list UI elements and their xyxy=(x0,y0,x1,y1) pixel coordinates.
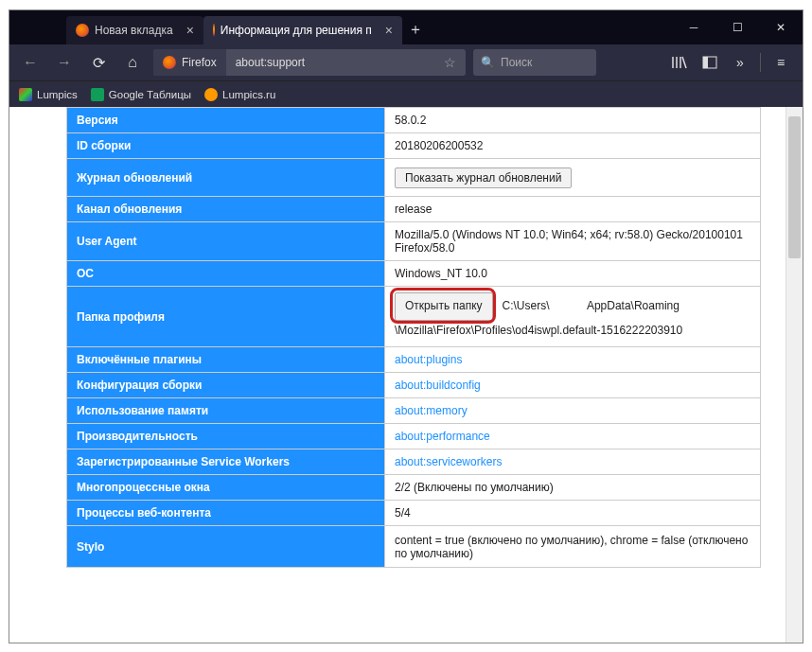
about-serviceworkers-link[interactable]: about:serviceworkers xyxy=(395,455,502,468)
search-placeholder: Поиск xyxy=(501,56,532,69)
overflow-icon[interactable]: » xyxy=(726,49,754,76)
row-label: Stylo xyxy=(67,526,385,568)
about-buildconfig-link[interactable]: about:buildconfig xyxy=(395,379,481,392)
table-row: Производительностьabout:performance xyxy=(67,424,761,449)
row-label: User Agent xyxy=(67,222,385,261)
bookmark-label: Lumpics.ru xyxy=(222,89,275,100)
address-bar[interactable]: Firefox about:support ☆ xyxy=(153,49,466,76)
table-row: Папка профиля Открыть папку C:\Users\ Ap… xyxy=(67,287,761,347)
table-row: User AgentMozilla/5.0 (Windows NT 10.0; … xyxy=(67,222,761,261)
vertical-scrollbar[interactable] xyxy=(786,107,803,643)
row-label: Процессы веб-контента xyxy=(67,501,385,526)
reload-button[interactable]: ⟳ xyxy=(85,49,112,76)
table-row: Включённые плагиныabout:plugins xyxy=(67,347,761,373)
bookmark-lumpics[interactable]: Lumpics xyxy=(19,88,78,101)
tab-new[interactable]: Новая вкладка × xyxy=(66,16,203,44)
table-row: ОСWindows_NT 10.0 xyxy=(67,261,761,287)
firefox-icon xyxy=(163,56,176,69)
identity-label: Firefox xyxy=(182,56,217,69)
table-row: ID сборки20180206200532 xyxy=(67,133,761,159)
firefox-icon xyxy=(76,24,89,37)
row-label: Использование памяти xyxy=(67,398,385,424)
table-row: Журнал обновленийПоказать журнал обновле… xyxy=(67,159,761,197)
about-plugins-link[interactable]: about:plugins xyxy=(395,353,462,366)
row-value: about:buildconfig xyxy=(385,373,761,398)
close-icon[interactable]: × xyxy=(385,24,393,37)
nav-toolbar: ← → ⟳ ⌂ Firefox about:support ☆ 🔍 Поиск … xyxy=(9,44,803,80)
maximize-button[interactable]: ☐ xyxy=(715,10,759,44)
row-value: 2/2 (Включены по умолчанию) xyxy=(385,475,761,501)
about-memory-link[interactable]: about:memory xyxy=(395,404,468,417)
profile-path-1: C:\Users\ xyxy=(503,299,550,312)
row-value: 20180206200532 xyxy=(385,133,761,159)
scroll-thumb[interactable] xyxy=(788,116,801,258)
row-value: release xyxy=(385,197,761,222)
row-value: about:performance xyxy=(385,424,761,449)
row-value: about:memory xyxy=(385,398,761,424)
firefox-icon xyxy=(213,24,215,37)
close-icon[interactable]: × xyxy=(186,24,194,37)
support-table: Версия58.0.2 ID сборки20180206200532 Жур… xyxy=(66,107,761,568)
row-value: Windows_NT 10.0 xyxy=(385,261,761,287)
row-value: Mozilla/5.0 (Windows NT 10.0; Win64; x64… xyxy=(385,222,761,261)
separator xyxy=(760,53,761,72)
table-row: Stylocontent = true (включено по умолчан… xyxy=(67,526,761,568)
row-label: Канал обновления xyxy=(67,197,385,222)
bookmark-label: Lumpics xyxy=(37,89,78,100)
home-button[interactable]: ⌂ xyxy=(119,49,146,76)
window-controls: ─ ☐ ✕ xyxy=(672,10,803,44)
show-update-log-button[interactable]: Показать журнал обновлений xyxy=(395,167,572,188)
table-row: Многопроцессные окна2/2 (Включены по умо… xyxy=(67,475,761,501)
url-text[interactable]: about:support xyxy=(226,56,434,69)
bookmark-label: Google Таблицы xyxy=(109,89,191,100)
triangle-icon xyxy=(19,88,32,101)
new-tab-button[interactable]: ＋ xyxy=(402,16,429,43)
about-performance-link[interactable]: about:performance xyxy=(395,430,490,443)
row-value: about:serviceworkers xyxy=(385,449,761,475)
table-row: Зарегистрированные Service Workersabout:… xyxy=(67,449,761,475)
row-value: Показать журнал обновлений xyxy=(385,159,761,197)
sheets-icon xyxy=(91,88,104,101)
row-label: ID сборки xyxy=(67,133,385,159)
tab-label: Информация для решения п xyxy=(221,24,372,37)
row-label: Конфигурация сборки xyxy=(67,373,385,398)
bookmark-lumpicsru[interactable]: Lumpics.ru xyxy=(204,88,275,101)
browser-window: Новая вкладка × Информация для решения п… xyxy=(9,9,803,643)
table-row: Версия58.0.2 xyxy=(67,108,761,133)
bookmark-star-icon[interactable]: ☆ xyxy=(434,55,466,70)
menu-icon[interactable]: ≡ xyxy=(767,49,795,76)
row-label: Включённые плагины xyxy=(67,347,385,373)
table-row: Канал обновленияrelease xyxy=(67,197,761,222)
open-folder-button[interactable]: Открыть папку xyxy=(395,292,493,321)
close-button[interactable]: ✕ xyxy=(759,10,803,44)
bookmark-gsheets[interactable]: Google Таблицы xyxy=(91,88,191,101)
library-icon[interactable] xyxy=(665,49,694,76)
titlebar: Новая вкладка × Информация для решения п… xyxy=(9,10,803,44)
tab-label: Новая вкладка xyxy=(95,24,173,37)
row-label: ОС xyxy=(67,261,385,287)
table-row: Использование памятиabout:memory xyxy=(67,398,761,424)
identity-box[interactable]: Firefox xyxy=(153,49,226,76)
row-label: Папка профиля xyxy=(67,287,385,347)
svg-rect-1 xyxy=(703,57,708,68)
row-label: Производительность xyxy=(67,424,385,449)
row-value: 58.0.2 xyxy=(385,108,761,133)
row-label: Многопроцессные окна xyxy=(67,475,385,501)
search-bar[interactable]: 🔍 Поиск xyxy=(473,49,596,76)
circle-icon xyxy=(204,88,218,101)
page-content: Версия58.0.2 ID сборки20180206200532 Жур… xyxy=(9,107,803,643)
profile-path-2: AppData\Roaming xyxy=(587,299,680,312)
forward-button[interactable]: → xyxy=(51,49,78,76)
row-label: Зарегистрированные Service Workers xyxy=(67,449,385,475)
minimize-button[interactable]: ─ xyxy=(672,10,715,44)
tab-support[interactable]: Информация для решения п × xyxy=(203,16,402,44)
row-value: Открыть папку C:\Users\ AppData\Roaming … xyxy=(385,287,761,347)
sidebar-icon[interactable] xyxy=(696,49,724,76)
row-value: 5/4 xyxy=(385,501,761,526)
row-label: Версия xyxy=(67,108,385,133)
back-button[interactable]: ← xyxy=(17,49,44,76)
table-row: Процессы веб-контента5/4 xyxy=(67,501,761,526)
row-value: about:plugins xyxy=(385,347,761,373)
profile-path-3: \Mozilla\Firefox\Profiles\od4iswpl.defau… xyxy=(395,324,682,337)
row-value: content = true (включено по умолчанию), … xyxy=(385,526,761,568)
